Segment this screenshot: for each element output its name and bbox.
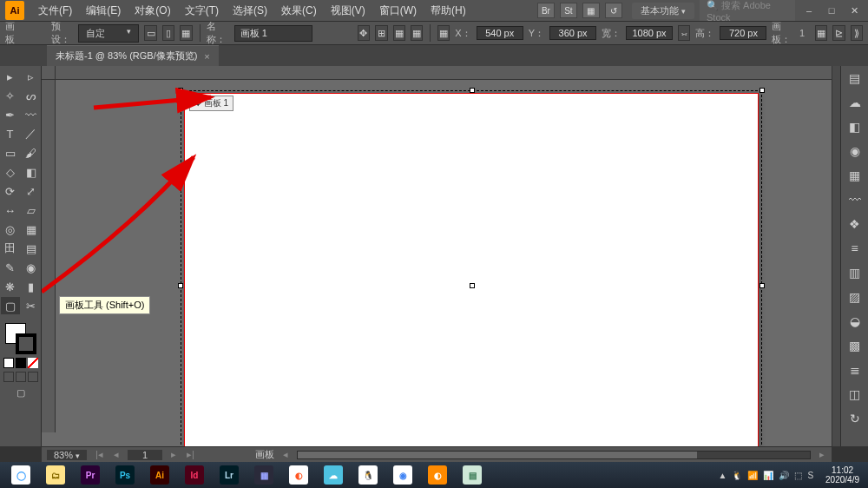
scroll-left[interactable]: ◂ bbox=[281, 449, 290, 460]
menu-item[interactable]: 效果(C) bbox=[274, 3, 324, 18]
taskbar-qq[interactable]: 🐧 bbox=[351, 464, 385, 486]
x-field[interactable]: 540 px bbox=[477, 26, 523, 40]
slice-tool[interactable]: ✂ bbox=[22, 297, 41, 314]
handle-ml[interactable] bbox=[178, 283, 183, 288]
brushes-panel-icon[interactable]: 〰 bbox=[846, 191, 864, 208]
align-icon[interactable]: ⊞ bbox=[375, 25, 387, 41]
menu-item[interactable]: 帮助(H) bbox=[424, 3, 473, 18]
menu-item[interactable]: 对象(O) bbox=[128, 3, 177, 18]
type-tool[interactable]: T bbox=[1, 125, 20, 142]
workspace-switcher[interactable]: 基本功能 ▾ bbox=[632, 3, 694, 19]
menu-item[interactable]: 文字(T) bbox=[178, 3, 226, 18]
artboard-first[interactable]: |◂ bbox=[94, 449, 105, 460]
width-tool[interactable]: ↔ bbox=[1, 201, 20, 219]
taskbar-browser[interactable]: ◯ bbox=[3, 464, 38, 486]
artboard-tag[interactable]: ✥ 画板 1 bbox=[189, 96, 233, 111]
minimize-button[interactable]: – bbox=[800, 4, 818, 16]
mesh-tool[interactable]: 田 bbox=[1, 240, 20, 257]
menu-item[interactable]: 视图(V) bbox=[324, 3, 372, 18]
graphic-styles-panel-icon[interactable]: ▩ bbox=[846, 337, 864, 354]
column-graph-tool[interactable]: ▮ bbox=[22, 278, 41, 295]
taskbar-clock[interactable]: 11:022020/4/9 bbox=[820, 465, 865, 485]
ref-point-grid[interactable]: ▦ bbox=[437, 25, 450, 41]
none-mode[interactable] bbox=[28, 358, 38, 368]
library-panel-icon[interactable]: ☁ bbox=[846, 94, 864, 111]
tray-icon[interactable]: ▲ bbox=[718, 471, 727, 480]
collapse-icon[interactable]: ⟫ bbox=[851, 25, 863, 41]
tray-icon[interactable]: 🔊 bbox=[779, 471, 789, 480]
scale-tool[interactable]: ⤢ bbox=[22, 182, 41, 200]
taskbar-lightroom[interactable]: Lr bbox=[212, 464, 247, 486]
pathfinder-panel-icon[interactable]: ◫ bbox=[846, 386, 864, 403]
stroke-swatch[interactable] bbox=[16, 333, 36, 354]
tray-icon[interactable]: 📊 bbox=[763, 471, 773, 480]
taskbar-illustrator[interactable]: Ai bbox=[142, 464, 177, 486]
canvas-area[interactable]: ✥ 画板 1 画板工具 (Shift+O) bbox=[42, 66, 832, 446]
ref-point-icon[interactable]: ▦ bbox=[393, 25, 405, 41]
artboard-nav-field[interactable]: 1 bbox=[128, 450, 162, 460]
handle-tm[interactable] bbox=[470, 88, 475, 93]
close-tab-icon[interactable]: × bbox=[204, 51, 209, 62]
artboard-tool[interactable]: ▢ bbox=[1, 297, 20, 314]
taskbar-photoshop[interactable]: Ps bbox=[108, 464, 142, 486]
eraser-tool[interactable]: ◧ bbox=[22, 163, 41, 181]
align-panel-icon[interactable]: ≣ bbox=[846, 361, 864, 379]
rectangle-tool[interactable]: ▭ bbox=[1, 144, 20, 162]
stroke-panel-icon[interactable]: ≡ bbox=[846, 240, 864, 257]
menu-item[interactable]: 选择(S) bbox=[226, 3, 274, 18]
taskbar-indesign[interactable]: Id bbox=[177, 464, 212, 486]
taskbar-orange[interactable]: ◐ bbox=[420, 464, 455, 486]
h-field[interactable]: 720 px bbox=[720, 26, 766, 40]
symbol-sprayer-tool[interactable]: ❋ bbox=[1, 278, 20, 295]
magic-wand-tool[interactable]: ✧ bbox=[1, 87, 20, 104]
appearance-panel-icon[interactable]: ◒ bbox=[846, 313, 864, 330]
gradient-panel-icon[interactable]: ▥ bbox=[846, 264, 864, 281]
menu-item[interactable]: 文件(F) bbox=[31, 3, 79, 18]
handle-center[interactable] bbox=[470, 283, 475, 288]
taskbar-notes[interactable]: ▤ bbox=[455, 464, 490, 486]
shaper-tool[interactable]: ◇ bbox=[1, 163, 20, 181]
taskbar-premiere[interactable]: Pr bbox=[73, 464, 108, 486]
paintbrush-tool[interactable]: 🖌 bbox=[22, 144, 41, 162]
draw-normal[interactable] bbox=[3, 372, 14, 382]
vertical-scrollbar[interactable] bbox=[832, 66, 840, 446]
draw-inside[interactable] bbox=[28, 372, 38, 382]
ref-point-icon-2[interactable]: ▦ bbox=[411, 25, 423, 41]
artboard-next[interactable]: ▸ bbox=[169, 449, 178, 460]
maximize-button[interactable]: □ bbox=[823, 4, 840, 16]
handle-tl[interactable] bbox=[178, 88, 183, 93]
color-mode[interactable] bbox=[3, 358, 14, 368]
swatches-panel-icon[interactable]: ▦ bbox=[846, 167, 864, 184]
direct-select-tool[interactable]: ▹ bbox=[22, 68, 41, 85]
tray-icon[interactable]: S bbox=[807, 471, 813, 480]
scroll-right[interactable]: ▸ bbox=[818, 449, 826, 460]
layers-panel-icon[interactable]: ◧ bbox=[846, 118, 864, 135]
link-wh-icon[interactable]: ⟗ bbox=[678, 25, 690, 41]
lasso-tool[interactable]: ᔕ bbox=[22, 87, 41, 104]
gradient-mode[interactable] bbox=[16, 358, 26, 368]
close-button[interactable]: ✕ bbox=[845, 4, 863, 16]
curvature-tool[interactable]: 〰 bbox=[22, 106, 41, 123]
eyedropper-tool[interactable]: ✎ bbox=[1, 259, 20, 276]
taskbar-cloud[interactable]: ☁ bbox=[316, 464, 351, 486]
fill-stroke-swatch[interactable]: ▢ bbox=[3, 320, 38, 399]
color-panel-icon[interactable]: ◉ bbox=[846, 142, 864, 160]
taskbar-chrome[interactable]: ◉ bbox=[385, 464, 420, 486]
symbols-panel-icon[interactable]: ❖ bbox=[846, 215, 864, 233]
taskbar-explorer[interactable]: 🗂 bbox=[38, 464, 73, 486]
zoom-level[interactable]: 83% ▾ bbox=[47, 450, 87, 460]
bridge-icon[interactable]: ▦ bbox=[582, 3, 600, 18]
tray-icon[interactable]: 📶 bbox=[747, 471, 758, 480]
tray-icon[interactable]: 🐧 bbox=[732, 471, 742, 480]
artboard-last[interactable]: ▸| bbox=[185, 449, 196, 460]
options-overflow-icon[interactable]: ▦ bbox=[815, 25, 827, 41]
line-tool[interactable]: ／ bbox=[22, 125, 41, 142]
ruler-horizontal[interactable] bbox=[56, 66, 832, 80]
menu-item[interactable]: 窗口(W) bbox=[372, 3, 424, 18]
panel-menu-icon[interactable]: ⊵ bbox=[832, 25, 845, 41]
transparency-panel-icon[interactable]: ▨ bbox=[846, 288, 864, 306]
bridge-icon[interactable]: ↺ bbox=[605, 3, 622, 18]
artboard-name-field[interactable]: 画板 1 bbox=[234, 25, 312, 42]
taskbar-media[interactable]: ▦ bbox=[247, 464, 281, 486]
selection-tool[interactable]: ▸ bbox=[1, 68, 20, 85]
